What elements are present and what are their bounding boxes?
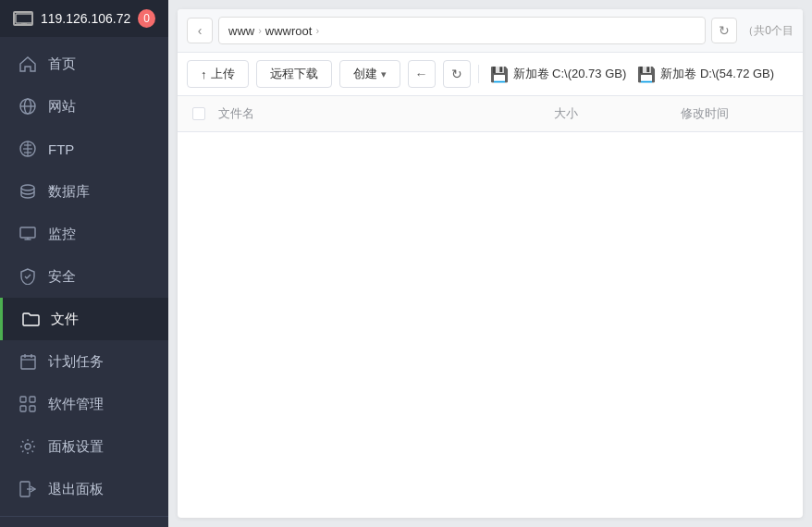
globe-icon: [18, 97, 37, 116]
file-table-header: 文件名 大小 修改时间: [178, 96, 803, 132]
sidebar-item-ftp[interactable]: FTP: [0, 128, 168, 170]
file-table: 文件名 大小 修改时间: [178, 96, 803, 518]
sidebar-label-website: 网站: [48, 98, 76, 116]
refresh-icon: ↻: [719, 23, 730, 38]
monitor-nav-icon: [18, 225, 37, 243]
sidebar-label-security: 安全: [48, 268, 76, 286]
svg-point-23: [25, 444, 31, 449]
gear-icon: [18, 437, 37, 456]
server-ip: 119.126.106.72: [41, 11, 130, 26]
sidebar-item-logout[interactable]: 退出面板: [0, 468, 168, 510]
svg-point-11: [21, 185, 34, 190]
sidebar-label-panel-settings: 面板设置: [48, 438, 104, 456]
toolbar-back-icon: ←: [415, 67, 428, 81]
toolbar: ↑ 上传 远程下载 创建 ← ↻ 💾 新加卷 C:\(20.73 GB) 💾: [178, 53, 803, 96]
sidebar-item-home[interactable]: 首页: [0, 43, 168, 85]
header-size-col: 大小: [511, 105, 621, 122]
svg-rect-21: [20, 406, 26, 411]
monitor-icon: [13, 11, 33, 26]
svg-rect-0: [16, 14, 32, 23]
folder-icon: [21, 310, 40, 328]
path-segment-www: www: [228, 24, 254, 38]
sidebar-item-monitor[interactable]: 监控: [0, 213, 168, 255]
header-modified-col: 修改时间: [621, 105, 788, 122]
sidebar-label-logout: 退出面板: [48, 481, 104, 498]
toolbar-refresh-button[interactable]: ↻: [443, 60, 471, 88]
sidebar-label-database: 数据库: [48, 183, 90, 201]
sidebar-item-database[interactable]: 数据库: [0, 170, 168, 213]
address-back-button[interactable]: ‹: [187, 18, 213, 43]
notification-badge: 0: [138, 9, 155, 28]
sidebar-label-home: 首页: [48, 55, 76, 73]
sidebar-nav: 首页 网站 FTP 数据库 监控: [0, 37, 168, 516]
sidebar-item-files[interactable]: 文件: [0, 298, 168, 340]
sidebar-bottom: +: [0, 516, 168, 527]
sidebar-item-crontab[interactable]: 计划任务: [0, 340, 168, 383]
shield-icon: [18, 267, 37, 286]
svg-rect-20: [30, 397, 35, 402]
sidebar-label-software: 软件管理: [48, 396, 104, 413]
file-count-label: （共0个目: [743, 23, 794, 39]
create-button[interactable]: 创建: [339, 60, 400, 88]
sidebar-label-monitor: 监控: [48, 226, 76, 243]
file-table-body: [178, 132, 803, 317]
sidebar: 119.126.106.72 0 首页 网站 FTP: [0, 0, 168, 527]
logout-icon: [18, 480, 37, 498]
database-icon: [18, 182, 37, 201]
header-name-col: 文件名: [218, 105, 511, 122]
file-panel: ‹ www › wwwroot › ↻ （共0个目 ↑ 上传 远程下载: [178, 9, 803, 518]
drive-d-info: 💾 新加卷 D:\(54.72 GB): [637, 66, 774, 83]
drive-c-info: 💾 新加卷 C:\(20.73 GB): [490, 66, 627, 83]
upload-button[interactable]: ↑ 上传: [187, 60, 249, 88]
svg-rect-19: [20, 397, 26, 402]
svg-rect-15: [21, 356, 35, 369]
path-separator-1: ›: [258, 25, 262, 36]
header-checkbox-col: [192, 107, 218, 120]
svg-rect-22: [30, 406, 35, 411]
home-icon: [18, 55, 37, 73]
sidebar-label-ftp: FTP: [48, 141, 74, 157]
address-refresh-button[interactable]: ↻: [711, 18, 737, 43]
toolbar-divider: [478, 65, 479, 83]
select-all-checkbox[interactable]: [192, 107, 205, 120]
sidebar-item-software[interactable]: 软件管理: [0, 383, 168, 425]
drive-c-icon: 💾: [490, 66, 509, 83]
path-separator-2: ›: [315, 25, 319, 36]
sidebar-item-security[interactable]: 安全: [0, 255, 168, 298]
ftp-icon: [18, 140, 37, 158]
toolbar-refresh-icon: ↻: [451, 67, 462, 81]
sidebar-item-panel-settings[interactable]: 面板设置: [0, 425, 168, 468]
calendar-icon: [18, 352, 37, 371]
sidebar-item-website[interactable]: 网站: [0, 85, 168, 128]
path-segment-wwwroot: wwwroot: [265, 24, 313, 38]
main-content: ‹ www › wwwroot › ↻ （共0个目 ↑ 上传 远程下载: [168, 0, 812, 527]
sidebar-label-crontab: 计划任务: [48, 353, 104, 371]
toolbar-back-button[interactable]: ←: [408, 60, 436, 88]
address-bar: ‹ www › wwwroot › ↻ （共0个目: [178, 9, 803, 53]
apps-icon: [18, 395, 37, 413]
sidebar-header: 119.126.106.72 0: [0, 0, 168, 37]
svg-rect-12: [20, 227, 35, 238]
drive-d-icon: 💾: [637, 66, 656, 83]
sidebar-label-files: 文件: [51, 311, 79, 328]
upload-icon: ↑: [201, 67, 207, 81]
remote-download-button[interactable]: 远程下载: [256, 60, 332, 88]
address-path: www › wwwroot ›: [218, 17, 706, 44]
back-arrow-icon: ‹: [198, 23, 203, 38]
